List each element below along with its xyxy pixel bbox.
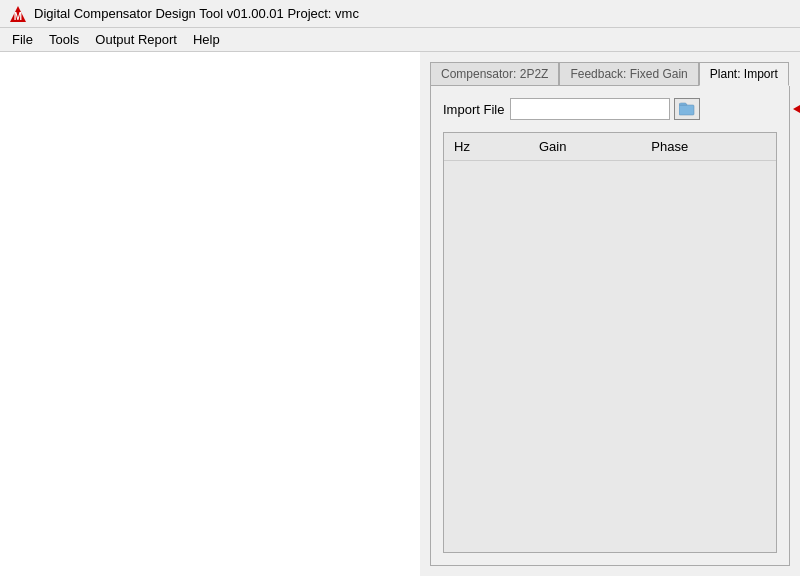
col-phase: Phase [641,133,776,161]
menu-tools[interactable]: Tools [41,30,87,49]
title-bar: M Digital Compensator Design Tool v01.00… [0,0,800,28]
tab-compensator[interactable]: Compensator: 2P2Z [430,62,559,86]
menu-bar: File Tools Output Report Help [0,28,800,52]
tab-plant-import[interactable]: Plant: Import [699,62,789,86]
data-table: Hz Gain Phase [444,133,776,161]
col-hz: Hz [444,133,529,161]
svg-rect-2 [679,105,694,115]
import-label: Import File [443,102,504,117]
app-logo: M [8,4,28,24]
table-header-row: Hz Gain Phase [444,133,776,161]
left-panel [0,52,420,576]
folder-icon [679,102,695,116]
svg-text:M: M [14,11,22,22]
menu-file[interactable]: File [4,30,41,49]
col-gain: Gain [529,133,641,161]
arrow-annotation [793,101,800,117]
content-card: Import File [430,86,790,566]
menu-output-report[interactable]: Output Report [87,30,185,49]
menu-help[interactable]: Help [185,30,228,49]
import-row: Import File [443,98,777,120]
main-content: Compensator: 2P2Z Feedback: Fixed Gain P… [0,52,800,576]
title-bar-text: Digital Compensator Design Tool v01.00.0… [34,6,359,21]
folder-button[interactable] [674,98,700,120]
tab-bar: Compensator: 2P2Z Feedback: Fixed Gain P… [430,62,790,86]
table-empty-area [444,161,776,461]
data-table-container: Hz Gain Phase [443,132,777,553]
arrow-head [793,101,800,117]
import-file-input[interactable] [510,98,670,120]
right-panel: Compensator: 2P2Z Feedback: Fixed Gain P… [420,52,800,576]
tab-feedback[interactable]: Feedback: Fixed Gain [559,62,698,86]
